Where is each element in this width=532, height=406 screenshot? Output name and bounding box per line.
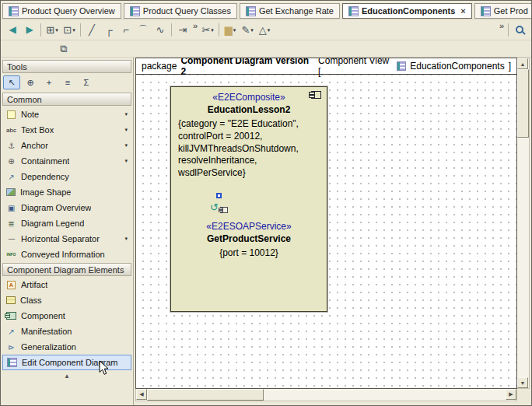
diagram-tab-bar: Product Query Overview Product Query Cla…: [1, 1, 531, 19]
scroll-left-button[interactable]: ◀: [136, 389, 147, 400]
horizontal-scrollbar[interactable]: ◀ ▶: [135, 389, 517, 401]
tab-product-query-overview[interactable]: Product Query Overview: [2, 3, 121, 19]
diagram-icon: [397, 61, 406, 71]
tab-get-product[interactable]: Get Prod: [474, 3, 531, 19]
toolbar-overflow-chevron[interactable]: »: [191, 21, 199, 30]
rounded-path-button[interactable]: ⌐: [117, 22, 135, 38]
port-row: [216, 190, 327, 201]
tab-label: Product Query Overview: [22, 6, 115, 16]
diagram-palette: Tools ↖ ⊕ + ≡ Σ Common Note ▾ abc Text B…: [1, 58, 134, 405]
palette-section-component-diagram-elements[interactable]: Component Diagram Elements: [2, 263, 131, 276]
palette-item-label: Note: [21, 110, 39, 119]
sort-tool-button[interactable]: Σ: [78, 75, 95, 89]
main-area: Tools ↖ ⊕ + ≡ Σ Common Note ▾ abc Text B…: [1, 58, 531, 405]
palette-item-horizontal-separator[interactable]: ---- Horizontal Separator ▾: [2, 231, 131, 247]
scroll-right-button[interactable]: ▶: [506, 389, 516, 400]
oblique-path-icon: ╱: [89, 25, 95, 35]
select-tool-button[interactable]: ↖: [3, 75, 20, 89]
palette-item-note[interactable]: Note ▾: [2, 107, 131, 122]
palette-scroll-up-button[interactable]: ▲: [2, 370, 131, 380]
palette-item-image-shape[interactable]: Image Shape: [2, 184, 131, 200]
oblique-path-button[interactable]: ╱: [83, 22, 100, 38]
palette-item-generalization[interactable]: ⊳ Generalization: [2, 339, 131, 355]
palette-item-component[interactable]: Component: [2, 308, 131, 324]
toolbar-separator: [508, 23, 509, 37]
tab-educationcomponents[interactable]: EducationComponents ×: [342, 3, 472, 19]
edit-component-diagram-icon: [7, 358, 17, 367]
palette-section-common[interactable]: Common: [2, 93, 131, 106]
chevron-down-icon[interactable]: ▾: [124, 158, 128, 164]
frame-title: Component Diagram Version 2: [180, 58, 314, 77]
align-tool-button[interactable]: ≡: [59, 75, 76, 89]
cut-button[interactable]: ✂▾: [199, 22, 216, 38]
line-color-button[interactable]: ✎▾: [239, 22, 256, 38]
palette-section-tools[interactable]: Tools: [2, 60, 131, 73]
font-color-icon: △: [259, 25, 267, 35]
containment-icon: ⊕: [5, 156, 17, 166]
font-color-button[interactable]: △▾: [256, 22, 273, 38]
palette-item-label: Artifact: [21, 280, 47, 289]
palette-item-diagram-overview[interactable]: ▣ Diagram Overview: [2, 200, 131, 215]
palette-item-containment[interactable]: ⊕ Containment ▾: [2, 153, 131, 169]
chevron-down-icon: ▾: [211, 27, 214, 33]
zoom-button[interactable]: [511, 22, 528, 38]
chevron-down-icon: ▾: [250, 27, 254, 33]
part-name[interactable]: GetProductService: [171, 233, 327, 244]
vertical-scroll-thumb[interactable]: [517, 69, 529, 138]
cursor-icon: ↖: [8, 78, 15, 88]
chevron-down-icon[interactable]: ▾: [124, 236, 128, 242]
tab-get-exchange-rate[interactable]: Get Exchange Rate: [240, 3, 340, 19]
scroll-up-button[interactable]: ▲: [517, 58, 528, 69]
related-elements-button[interactable]: ⧉: [55, 40, 72, 57]
port-icon[interactable]: [216, 193, 222, 198]
tab-product-query-classes[interactable]: Product Query Classes: [124, 3, 237, 19]
palette-item-artifact[interactable]: A Artifact: [2, 277, 131, 292]
zigzag-path-button[interactable]: ∿: [152, 22, 169, 38]
composite-educationlesson2[interactable]: «E2EComposite» EducationLesson2 {categor…: [170, 86, 327, 312]
palette-item-conveyed-information[interactable]: INFO Conveyed Information: [2, 247, 131, 262]
add-shape-button[interactable]: ⊡▾: [61, 22, 78, 38]
scrollbar-corner: [517, 389, 530, 401]
palette-item-diagram-legend[interactable]: ≣ Diagram Legend: [2, 215, 131, 231]
fill-color-button[interactable]: ▆▾: [222, 22, 239, 38]
close-tab-icon[interactable]: ×: [460, 7, 465, 16]
frame-close-bracket: ]: [509, 61, 511, 72]
palette-item-dependency[interactable]: ↗ Dependency: [2, 169, 131, 184]
palette-item-label: Edit Component Diagram: [22, 358, 118, 367]
palette-item-text-box[interactable]: abc Text Box ▾: [2, 122, 131, 138]
layout-button[interactable]: ⊞▾: [44, 22, 61, 38]
tab-label: EducationComponents: [362, 6, 455, 16]
back-button[interactable]: ◀: [4, 22, 21, 38]
diagram-tab-icon: [130, 6, 140, 16]
tools-button-row: ↖ ⊕ + ≡ Σ: [2, 74, 131, 92]
palette-item-manifestation[interactable]: ↗ Manifestation: [2, 324, 131, 339]
sort-icon: Σ: [84, 78, 89, 87]
magnifier-icon: [516, 26, 523, 33]
vertical-scroll-track[interactable]: [517, 69, 529, 377]
curved-path-icon: ⌒: [138, 25, 149, 35]
delegate-arrow-icon: ↺: [210, 201, 219, 213]
palette-item-class[interactable]: Class: [2, 292, 131, 308]
curved-path-button[interactable]: ⌒: [135, 22, 152, 38]
scroll-down-button[interactable]: ▼: [517, 377, 528, 388]
chevron-down-icon[interactable]: ▾: [124, 111, 128, 117]
swimlane-button[interactable]: ⇥: [174, 22, 191, 38]
diagram-legend-icon: ≣: [5, 219, 17, 229]
horizontal-scroll-thumb[interactable]: [147, 389, 264, 401]
canvas-area: package Component Diagram Version 2 Comp…: [134, 58, 531, 405]
horizontal-scroll-track[interactable]: [147, 389, 506, 401]
palette-item-anchor[interactable]: ⚓ Anchor ▾: [2, 138, 131, 153]
chevron-down-icon[interactable]: ▾: [124, 142, 128, 149]
diagram-canvas[interactable]: package Component Diagram Version 2 Comp…: [135, 58, 517, 389]
palette-item-edit-component-diagram[interactable]: Edit Component Diagram: [2, 355, 131, 370]
vertical-scrollbar[interactable]: ▲ ▼: [517, 58, 530, 389]
pan-tool-button[interactable]: +: [40, 75, 58, 89]
palette-item-label: Horizontal Separator: [21, 234, 100, 243]
rectilinear-path-button[interactable]: ┌: [100, 22, 117, 38]
chevron-down-icon[interactable]: ▾: [124, 127, 128, 133]
toolbar-overflow-chevron[interactable]: »: [498, 21, 506, 30]
generalization-icon: ⊳: [5, 342, 17, 352]
section-label: Common: [7, 95, 42, 104]
forward-button[interactable]: ▶: [21, 22, 38, 38]
zoom-tool-button[interactable]: ⊕: [22, 75, 39, 89]
